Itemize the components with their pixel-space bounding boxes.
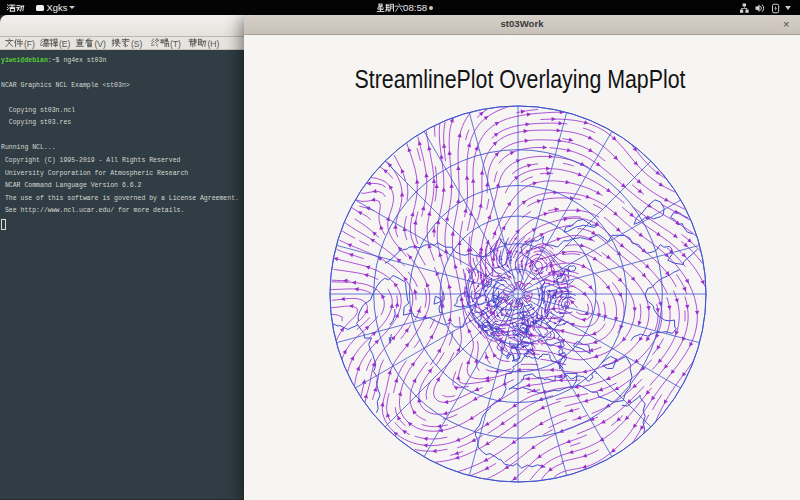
svg-text:StreamlinePlot Overlaying MapP: StreamlinePlot Overlaying MapPlot [355, 64, 687, 94]
